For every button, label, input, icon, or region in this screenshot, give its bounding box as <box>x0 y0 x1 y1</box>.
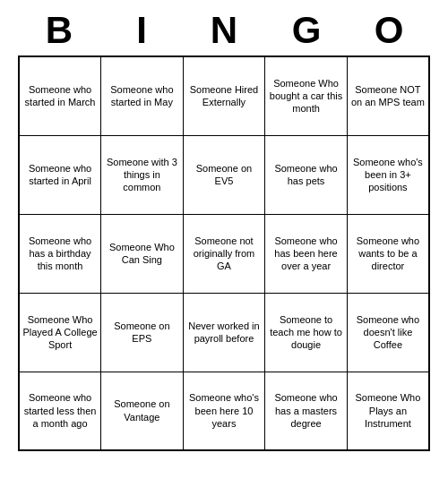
table-row: Someone on Vantage <box>101 372 184 450</box>
letter-i: I <box>102 9 181 52</box>
table-row: Someone who started in May <box>101 56 184 135</box>
table-row: Someone on EPS <box>101 293 184 372</box>
table-row: Someone Who Played A College Sport <box>19 293 101 372</box>
table-row: Someone to teach me how to dougie <box>265 293 348 372</box>
letter-b: B <box>20 9 99 52</box>
table-row: Someone NOT on an MPS team <box>347 56 429 135</box>
table-row: Someone who started in April <box>19 135 101 214</box>
table-row: Someone Who Plays an Instrument <box>347 372 429 450</box>
table-row: Someone Who Can Sing <box>101 214 184 293</box>
table-row: Someone who's been in 3+ positions <box>347 135 429 214</box>
table-row: Someone who has pets <box>265 135 348 214</box>
table-row: Someone who has a birthday this month <box>19 214 101 293</box>
table-row: Someone Who bought a car this month <box>265 56 348 135</box>
letter-g: G <box>267 9 346 52</box>
table-row: Someone who started less then a month ag… <box>19 372 101 450</box>
letter-o: O <box>349 9 428 52</box>
table-row: Someone who wants to be a director <box>347 214 429 293</box>
bingo-grid: Someone who started in MarchSomeone who … <box>18 56 430 451</box>
table-row: Someone who's been here 10 years <box>183 372 265 450</box>
table-row: Someone not originally from GA <box>183 214 265 293</box>
table-row: Someone who doesn't like Coffee <box>347 293 429 372</box>
table-row: Someone who has been here over a year <box>265 214 348 293</box>
table-row: Never worked in payroll before <box>183 293 265 372</box>
bingo-title: B I N G O <box>18 9 430 52</box>
table-row: Someone on EV5 <box>183 135 265 214</box>
table-row: Someone with 3 things in common <box>101 135 184 214</box>
table-row: Someone who has a masters degree <box>265 372 348 450</box>
letter-n: N <box>185 9 263 52</box>
table-row: Someone Hired Externally <box>183 56 265 135</box>
table-row: Someone who started in March <box>19 56 101 135</box>
